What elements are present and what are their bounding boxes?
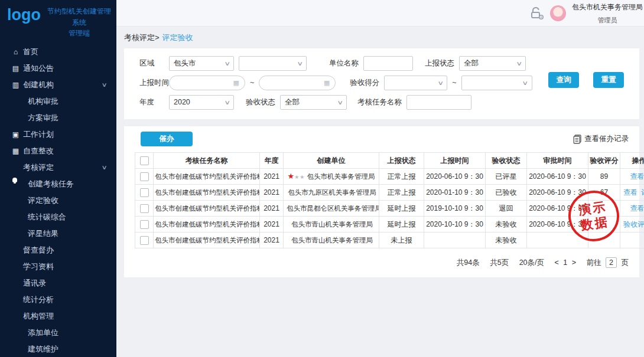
sidebar-item-plan-approval[interactable]: 方案审批 bbox=[0, 110, 116, 126]
score-from-select[interactable]: ∨ bbox=[384, 76, 447, 90]
sidebar-item-building-maintain[interactable]: 建筑维护 bbox=[0, 341, 116, 357]
sidebar-item-label: 统计碳综合 bbox=[28, 212, 66, 222]
urge-button[interactable]: 催办 bbox=[141, 132, 193, 146]
accept-status-select[interactable]: 全部 ∨ bbox=[280, 95, 347, 110]
chevron-down-icon: ∨ bbox=[101, 164, 107, 171]
sidebar-item-acceptance[interactable]: 评定验收 bbox=[0, 192, 116, 209]
next-page-button[interactable]: > bbox=[572, 258, 576, 267]
star-outline-icon: ★★ bbox=[294, 174, 305, 180]
cell-unit: ★★★包头市机关事务管理局 bbox=[284, 169, 379, 185]
report-status-select[interactable]: 全部 ∨ bbox=[459, 56, 526, 71]
prev-page-button[interactable]: < bbox=[555, 258, 559, 267]
view-link[interactable]: 查看 bbox=[623, 188, 638, 196]
accept-score-link[interactable]: 验收评分 bbox=[623, 220, 644, 228]
row-checkbox[interactable] bbox=[140, 188, 149, 197]
cell-approve-time: 2020-06-10 9：30 bbox=[527, 201, 588, 217]
unit-name: 包头市青山机关事务管理局 bbox=[291, 221, 373, 228]
year-select-value: 2020 bbox=[174, 98, 190, 106]
calendar-icon: ▦ bbox=[324, 79, 330, 87]
cell-task-name: 包头市创建低碳节约型机关评价指标 bbox=[154, 185, 260, 201]
cell-year: 2021 bbox=[260, 169, 284, 185]
breadcrumb-current[interactable]: 评定验收 bbox=[162, 32, 193, 43]
row-checkbox[interactable] bbox=[140, 204, 149, 213]
cell-year: 2021 bbox=[260, 185, 284, 201]
chevron-down-icon: ∨ bbox=[101, 81, 107, 88]
sidebar-item-stats-carbon[interactable]: 统计碳综合 bbox=[0, 209, 116, 225]
col-unit: 创建单位 bbox=[284, 153, 379, 169]
sidebar-item-create-task[interactable]: 创建考核任务 bbox=[0, 176, 116, 192]
view-link[interactable]: 查看 bbox=[630, 172, 644, 181]
unit-name: 包头市九原区机关事务管理局 bbox=[288, 189, 376, 196]
row-checkbox[interactable] bbox=[140, 220, 149, 229]
sidebar-item-label: 通知公告 bbox=[23, 63, 54, 74]
cell-report-time: 2019-10-10 9：30 bbox=[424, 201, 486, 217]
range-separator: ~ bbox=[452, 78, 456, 87]
unit-name-label: 单位名称 bbox=[329, 58, 359, 68]
cell-report-status: 正常上报 bbox=[379, 169, 424, 185]
sidebar-item-add-unit[interactable]: 添加单位 bbox=[0, 325, 116, 341]
sidebar-item-label: 工作计划 bbox=[23, 129, 54, 140]
col-score: 验收评分 bbox=[588, 153, 620, 169]
lock-icon[interactable] bbox=[529, 6, 544, 20]
view-link[interactable]: 查看 bbox=[630, 204, 644, 212]
cell-score bbox=[588, 232, 620, 248]
cell-task-name: 包头市创建低碳节约型机关评价指标 bbox=[154, 201, 260, 217]
row-checkbox[interactable] bbox=[140, 236, 149, 245]
unit-name: 包头市机关事务管理局 bbox=[307, 173, 375, 180]
sidebar-item-label: 机构审批 bbox=[28, 96, 58, 107]
sidebar-item-home[interactable]: ⌂ 首页 bbox=[0, 44, 116, 60]
filter-buttons: 查询 重置 bbox=[548, 72, 624, 88]
unit-name-input[interactable] bbox=[363, 56, 413, 71]
sidebar-item-star-results[interactable]: 评星结果 bbox=[0, 225, 116, 242]
sidebar-menu: ⌂ 首页 ▤ 通知公告 ▥ 创建机构 ∨ 机构审批 方案审批 ▣ 工作计划 bbox=[0, 44, 116, 357]
score-to-select[interactable]: ∨ bbox=[461, 76, 532, 90]
cell-report-status: 延时上报 bbox=[379, 201, 424, 217]
region-select[interactable]: 包头市 ∨ bbox=[169, 56, 234, 71]
select-all-checkbox[interactable] bbox=[140, 156, 149, 165]
sidebar-item-supervision[interactable]: 督查督办 bbox=[0, 242, 116, 258]
row-checkbox[interactable] bbox=[140, 172, 149, 181]
notice-icon: ▤ bbox=[12, 64, 19, 73]
chevron-down-icon: ∨ bbox=[437, 80, 444, 86]
sidebar-item-analysis[interactable]: 统计分析 bbox=[0, 292, 116, 308]
search-button[interactable]: 查询 bbox=[548, 72, 579, 88]
plan-icon: ▣ bbox=[12, 130, 19, 139]
sidebar-item-assessment[interactable]: 考核评定 ∨ bbox=[0, 159, 116, 176]
system-title-line2: 管理端 bbox=[69, 29, 90, 37]
table-row: 包头市创建低碳节约型机关评价指标 2021 包头市九原区机关事务管理局 正常上报… bbox=[135, 185, 644, 201]
chevron-down-icon: ∨ bbox=[297, 60, 303, 67]
report-time-start-input[interactable]: ▦ bbox=[169, 76, 245, 90]
goto-page-input[interactable]: 2 bbox=[606, 257, 617, 268]
current-page[interactable]: 1 bbox=[563, 258, 567, 267]
sidebar-item-contacts[interactable]: 通讯录 bbox=[0, 275, 116, 292]
rate-link[interactable]: 评星 bbox=[641, 188, 644, 196]
system-title-line1: 节约型机关创建管理系统 bbox=[47, 7, 111, 27]
sidebar-item-materials[interactable]: 学习资料 bbox=[0, 258, 116, 275]
sidebar-item-work-plan[interactable]: ▣ 工作计划 bbox=[0, 126, 116, 143]
report-time-end-input[interactable]: ▦ bbox=[259, 76, 336, 90]
avatar[interactable] bbox=[550, 5, 566, 21]
cell-year: 2021 bbox=[260, 217, 284, 232]
year-select[interactable]: 2020 ∨ bbox=[169, 95, 234, 110]
score-label: 验收得分 bbox=[350, 78, 379, 88]
sidebar-item-org-manage[interactable]: 机构管理 bbox=[0, 308, 116, 325]
chevron-down-icon: ∨ bbox=[224, 99, 230, 106]
sidebar-item-org-approval[interactable]: 机构审批 bbox=[0, 93, 116, 110]
accept-status-label: 验收状态 bbox=[246, 97, 275, 107]
cell-report-time: 2020-10-10 9：30 bbox=[424, 217, 486, 232]
main-area: 包头市机关事务管理局 管理员 考核评定> 评定验收 区域 包头市 ∨ ∨ 单位名… bbox=[116, 0, 644, 357]
col-report-status: 上报状态 bbox=[379, 153, 424, 169]
reset-button[interactable]: 重置 bbox=[593, 72, 624, 88]
region-sub-select[interactable]: ∨ bbox=[239, 56, 307, 71]
task-name-input[interactable] bbox=[406, 95, 471, 110]
view-urge-records-link[interactable]: 查看催办记录 bbox=[573, 134, 629, 144]
sidebar-item-create-org[interactable]: ▥ 创建机构 ∨ bbox=[0, 77, 116, 93]
chevron-down-icon: ∨ bbox=[337, 99, 343, 106]
cell-unit: 包头市九原区机关事务管理局 bbox=[284, 185, 379, 201]
sidebar-item-label: 创建机构 bbox=[23, 80, 54, 90]
user-info[interactable]: 包头市机关事务管理局 管理员 bbox=[572, 0, 643, 26]
cell-unit: 包头市青山机关事务管理局 bbox=[284, 217, 379, 232]
star-icon: ★ bbox=[288, 172, 295, 181]
sidebar-item-self-check[interactable]: ▦ 自查整改 bbox=[0, 143, 116, 159]
sidebar-item-notice[interactable]: ▤ 通知公告 bbox=[0, 60, 116, 77]
